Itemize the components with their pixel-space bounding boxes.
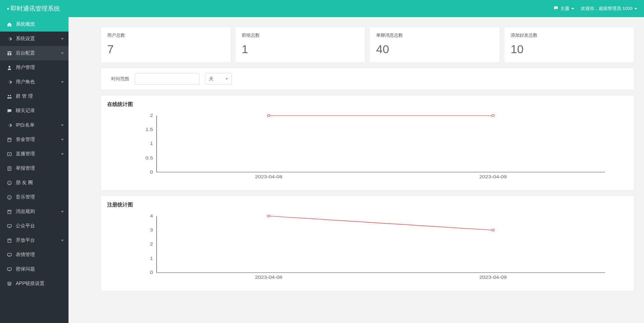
- sidebar-item-label: 后台配置: [16, 50, 35, 56]
- sidebar-item-4[interactable]: 用户角色: [0, 75, 69, 89]
- sidebar-item-14[interactable]: 公众平台: [0, 219, 69, 233]
- sidebar-item-9[interactable]: 直播管理: [0, 147, 69, 161]
- sidebar-item-16[interactable]: 表情管理: [0, 248, 69, 262]
- stack-icon: [6, 281, 12, 286]
- svg-point-30: [492, 229, 494, 231]
- svg-text:4: 4: [150, 214, 153, 218]
- svg-text:2: 2: [150, 242, 153, 247]
- sidebar-item-6[interactable]: 聊天记录: [0, 104, 69, 118]
- svg-point-18: [267, 115, 270, 117]
- sidebar-item-1[interactable]: 系统设置: [0, 32, 69, 46]
- online-chart: 00.511.522023-04-082023-04-09: [107, 110, 628, 182]
- chevron-down-icon: [61, 124, 64, 126]
- svg-point-6: [8, 196, 9, 197]
- welcome-text: 欢迎你，超级管理员:1000: [581, 5, 632, 12]
- register-chart: 012342023-04-082023-04-09: [107, 211, 628, 283]
- time-range-label: 时间范围: [111, 76, 129, 82]
- top-header: 即时通讯管理系统 主题 欢迎你，超级管理员:1000: [0, 0, 644, 17]
- theme-dropdown[interactable]: 主题: [554, 5, 574, 12]
- stats-row: 用户总数7群组总数1单聊消息总数40添加好友总数10: [101, 27, 634, 62]
- stat-title: 添加好友总数: [511, 32, 628, 38]
- gear-icon: [6, 36, 12, 41]
- chevron-down-icon: [61, 139, 64, 141]
- chat-icon: [6, 108, 12, 113]
- user-dropdown[interactable]: 欢迎你，超级管理员:1000: [581, 5, 637, 12]
- date-range-input[interactable]: [135, 73, 200, 85]
- filter-bar: 时间范围 天: [101, 68, 634, 89]
- sidebar-item-label: APP链接设置: [16, 280, 45, 287]
- chevron-down-icon: [61, 240, 64, 241]
- gear-icon: [6, 123, 12, 128]
- stat-title: 单聊消息总数: [376, 32, 493, 38]
- svg-text:0: 0: [150, 170, 153, 175]
- sidebar-item-5[interactable]: 群 管 理: [0, 89, 69, 104]
- chevron-down-icon: [571, 8, 574, 10]
- group-icon: [6, 94, 12, 99]
- smile-icon: [6, 195, 12, 200]
- sidebar-item-label: 朋 友 圈: [16, 180, 33, 186]
- sidebar-item-0[interactable]: 系统概览: [0, 17, 69, 32]
- layout-icon: [6, 51, 12, 56]
- chevron-down-icon: [61, 153, 64, 155]
- chevron-down-icon: [634, 8, 637, 10]
- svg-text:2023-04-09: 2023-04-09: [479, 275, 507, 280]
- sidebar-item-18[interactable]: APP链接设置: [0, 276, 69, 291]
- unit-select[interactable]: 天: [205, 73, 232, 85]
- sidebar-item-label: 密保问题: [16, 266, 35, 272]
- monitor-icon: [6, 224, 12, 229]
- sidebar: 系统概览系统设置后台配置用户管理用户角色群 管 理聊天记录IP白名单资金管理直播…: [0, 17, 69, 323]
- svg-point-19: [492, 115, 494, 117]
- stat-value: 7: [107, 43, 224, 56]
- svg-text:1: 1: [150, 141, 153, 146]
- sidebar-item-17[interactable]: 密保问题: [0, 262, 69, 276]
- svg-text:2: 2: [150, 113, 153, 118]
- sidebar-item-label: 公众平台: [16, 223, 35, 229]
- sidebar-item-11[interactable]: 朋 友 圈: [0, 176, 69, 190]
- svg-text:2023-04-09: 2023-04-09: [479, 175, 507, 179]
- smile-icon: [6, 180, 12, 186]
- svg-point-4: [10, 182, 10, 183]
- svg-rect-9: [7, 253, 11, 256]
- chat-icon: [554, 6, 558, 12]
- stat-card-0: 用户总数7: [101, 27, 231, 62]
- header-right: 主题 欢迎你，超级管理员:1000: [554, 5, 637, 12]
- theme-label: 主题: [560, 5, 569, 12]
- calendar-icon: [6, 137, 12, 142]
- sidebar-item-3[interactable]: 用户管理: [0, 60, 69, 75]
- chevron-down-icon: [61, 38, 64, 40]
- stat-card-1: 群组总数1: [236, 27, 365, 62]
- svg-point-29: [267, 215, 270, 217]
- sidebar-item-7[interactable]: IP白名单: [0, 118, 69, 132]
- monitor-icon: [6, 267, 12, 272]
- sidebar-item-13[interactable]: 消息规则: [0, 204, 69, 219]
- stat-value: 40: [376, 43, 493, 56]
- calendar-icon: [6, 209, 12, 214]
- sidebar-item-15[interactable]: 开放平台: [0, 233, 69, 248]
- chart-title: 在线统计图: [107, 101, 628, 108]
- svg-point-7: [10, 196, 10, 197]
- sidebar-item-label: IP白名单: [16, 122, 35, 128]
- svg-text:1.5: 1.5: [146, 127, 153, 132]
- calendar-icon: [6, 238, 12, 243]
- app-title: 即时通讯管理系统: [7, 4, 60, 13]
- sidebar-item-label: 系统设置: [16, 36, 35, 42]
- sidebar-item-12[interactable]: 音乐管理: [0, 190, 69, 204]
- svg-rect-8: [7, 224, 11, 227]
- sidebar-item-label: 用户角色: [16, 79, 35, 85]
- user-icon: [6, 65, 12, 70]
- home-icon: [6, 22, 12, 27]
- chevron-down-icon: [225, 78, 228, 80]
- sidebar-item-10[interactable]: 举报管理: [0, 161, 69, 176]
- chevron-down-icon: [61, 52, 64, 54]
- online-chart-card: 在线统计图 00.511.522023-04-082023-04-09: [101, 96, 634, 190]
- svg-rect-10: [7, 267, 11, 270]
- svg-text:0.5: 0.5: [146, 156, 153, 160]
- sidebar-item-2[interactable]: 后台配置: [0, 46, 69, 60]
- register-chart-card: 注册统计图 012342023-04-082023-04-09: [101, 196, 634, 290]
- sidebar-item-label: 用户管理: [16, 64, 35, 71]
- sidebar-item-label: 表情管理: [16, 252, 35, 258]
- stat-card-2: 单聊消息总数40: [370, 27, 499, 62]
- sidebar-item-label: 聊天记录: [16, 108, 35, 114]
- stat-card-3: 添加好友总数10: [505, 27, 634, 62]
- sidebar-item-8[interactable]: 资金管理: [0, 132, 69, 147]
